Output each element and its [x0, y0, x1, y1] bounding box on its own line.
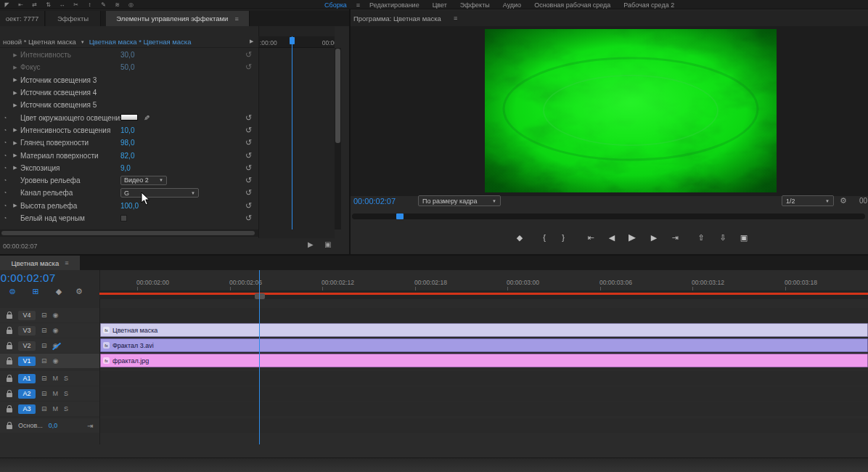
lane-v4[interactable] — [100, 308, 868, 322]
track-name[interactable]: V4 — [18, 311, 36, 320]
rate-stretch-tool-icon[interactable]: ↔ — [57, 1, 67, 8]
mute-button[interactable]: M — [53, 405, 59, 412]
effect-param-name[interactable]: Экспозиция — [20, 164, 60, 172]
toggle-animation-icon[interactable]: ◔ — [0, 177, 10, 184]
twirl-icon[interactable]: ▶ — [10, 52, 20, 58]
timeline-timecode[interactable]: 00:00:02:07 — [0, 272, 56, 284]
effect-playhead-line[interactable] — [292, 36, 292, 229]
sync-lock-icon[interactable]: ⊟ — [41, 312, 47, 319]
track-name[interactable]: V3 — [18, 326, 36, 335]
add-marker-icon[interactable]: ◆ — [52, 287, 65, 296]
export-frame-button[interactable]: ▣ — [737, 233, 751, 243]
play-button[interactable]: ▶ — [625, 232, 639, 243]
reset-icon[interactable]: ↺ — [245, 50, 252, 60]
lane-a3[interactable] — [100, 402, 868, 416]
pen-tool-icon[interactable]: ✎ — [99, 1, 108, 8]
effect-param-name[interactable]: Интенсивность освещения — [20, 126, 110, 134]
track-output-icon[interactable]: ◉ — [53, 357, 59, 365]
lane-a1[interactable] — [100, 371, 868, 386]
twirl-icon[interactable]: ▶ — [10, 90, 20, 96]
lock-icon[interactable] — [7, 330, 12, 334]
toggle-animation-icon[interactable]: ◔ — [0, 203, 10, 209]
effect-param-name[interactable]: Источник освещения 5 — [20, 101, 97, 109]
timeline-playhead[interactable] — [259, 270, 260, 444]
twirl-icon[interactable]: ▶ — [10, 203, 20, 208]
go-to-in-button[interactable]: ⇤ — [584, 233, 598, 243]
razor-tool-icon[interactable]: ✂ — [71, 1, 81, 8]
effect-param-name[interactable]: Высота рельефа — [20, 202, 77, 210]
timeline-tab[interactable]: Цветная маска ≡ — [0, 256, 80, 270]
program-timecode[interactable]: 00:00:02:07 — [353, 197, 396, 206]
mark-in-button[interactable]: { — [537, 233, 552, 242]
mini-timeline-toggle-icon[interactable]: ▶ — [250, 38, 253, 44]
track-output-icon[interactable]: ◉ — [53, 327, 59, 334]
sync-lock-icon[interactable]: ⊟ — [41, 375, 47, 382]
reset-icon[interactable]: ↺ — [245, 151, 252, 160]
zoom-dropdown[interactable]: 1/2 ▼ — [782, 195, 834, 206]
add-marker-button[interactable]: ◆ — [512, 233, 527, 243]
workspace-tab-color[interactable]: Цвет — [426, 1, 454, 9]
effect-param-value[interactable]: 82,0 — [120, 152, 134, 160]
go-to-end-icon[interactable]: ⇥ — [87, 422, 93, 430]
effect-vscrollbar-thumb[interactable] — [335, 49, 340, 143]
linked-selection-icon[interactable]: ⊞ — [29, 287, 42, 296]
ripple-edit-tool-icon[interactable]: ⇅ — [44, 1, 53, 8]
program-scrubber-thumb[interactable] — [396, 213, 404, 219]
reset-icon[interactable]: ↺ — [245, 62, 252, 72]
settings-wrench-icon[interactable]: ⚙ — [840, 196, 847, 206]
mute-button[interactable]: M — [53, 375, 59, 382]
twirl-icon[interactable]: ▶ — [10, 77, 20, 83]
sync-lock-icon[interactable]: ⊟ — [41, 327, 47, 334]
sync-lock-icon[interactable]: ⊟ — [41, 357, 47, 365]
lock-icon[interactable] — [7, 393, 12, 397]
effect-param-value[interactable]: 98,0 — [120, 139, 134, 147]
reset-icon[interactable]: ↺ — [245, 188, 252, 198]
reset-icon[interactable]: ↺ — [245, 201, 252, 211]
color-swatch[interactable] — [120, 114, 138, 121]
twirl-icon[interactable]: ▶ — [10, 152, 20, 158]
effect-param-value[interactable]: 10,0 — [120, 126, 134, 134]
timeline-menu-icon[interactable]: ≡ — [65, 259, 68, 266]
mark-out-button[interactable]: } — [556, 233, 570, 242]
toggle-animation-icon[interactable]: ◔ — [0, 215, 10, 221]
lock-icon[interactable] — [7, 314, 12, 319]
reset-icon[interactable]: ↺ — [245, 176, 252, 185]
reset-icon[interactable]: ↺ — [245, 163, 252, 173]
effect-param-name[interactable]: Материал поверхности — [20, 152, 99, 160]
frame-view-icon[interactable]: ▣ — [324, 240, 331, 248]
reset-icon[interactable]: ↺ — [245, 213, 252, 223]
effect-mini-ruler[interactable]: :00:00 00:00 — [258, 36, 335, 48]
tab-effects[interactable]: Эффекты — [46, 11, 101, 26]
effect-param-name[interactable]: Фокус — [20, 63, 41, 71]
workspace-tab-main[interactable]: Основная рабочая среда — [528, 1, 617, 9]
timeline-clip-v2[interactable]: fx Фрактал 3.avi — [100, 338, 868, 352]
twirl-icon[interactable]: ▶ — [10, 65, 20, 70]
workspace-tab-effects[interactable]: Эффекты — [454, 1, 496, 9]
lock-icon[interactable] — [7, 360, 12, 365]
reset-icon[interactable]: ↺ — [245, 113, 252, 123]
workspace-tab-audio[interactable]: Аудио — [496, 1, 528, 9]
twirl-icon[interactable]: ▶ — [10, 140, 20, 146]
lock-icon[interactable] — [7, 378, 12, 382]
lift-button[interactable]: ⇧ — [694, 233, 708, 243]
twirl-icon[interactable]: ▶ — [10, 102, 20, 108]
panel-menu-icon[interactable]: ≡ — [234, 15, 238, 23]
sync-lock-icon[interactable]: ⊟ — [41, 342, 47, 349]
reset-icon[interactable]: ↺ — [245, 138, 252, 147]
timeline-settings-wrench-icon[interactable]: ⚙ — [73, 287, 86, 296]
lock-icon[interactable] — [7, 408, 12, 412]
hand-tool-icon[interactable]: ≋ — [112, 1, 122, 8]
toggle-animation-icon[interactable]: ◔ — [0, 127, 10, 134]
go-to-out-button[interactable]: ⇥ — [668, 233, 682, 243]
effect-param-value[interactable]: 50,0 — [120, 63, 134, 71]
step-back-button[interactable]: ◀ — [605, 233, 619, 243]
solo-button[interactable]: S — [64, 405, 68, 412]
eyedropper-icon[interactable]: ✎ — [144, 114, 150, 122]
effect-param-name[interactable]: Источник освещения 3 — [20, 76, 97, 84]
toggle-animation-icon[interactable]: ◔ — [0, 139, 10, 146]
sync-lock-icon[interactable]: ⊟ — [41, 390, 47, 397]
effect-param-name[interactable]: Источник освещения 4 — [20, 89, 97, 97]
timeline-ruler[interactable] — [99, 270, 868, 290]
lane-master[interactable] — [100, 418, 868, 433]
home-icon[interactable]: ◤ — [2, 1, 12, 8]
